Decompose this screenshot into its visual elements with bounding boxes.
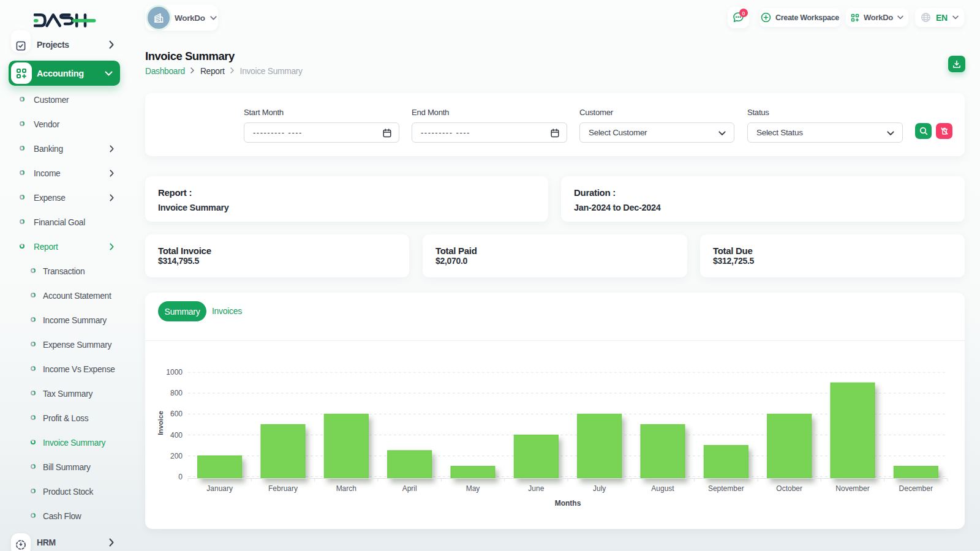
svg-text:September: September bbox=[708, 484, 744, 493]
svg-text:200: 200 bbox=[170, 452, 183, 460]
svg-text:November: November bbox=[835, 484, 869, 493]
svg-text:July: July bbox=[593, 484, 606, 493]
svg-text:February: February bbox=[268, 484, 298, 493]
svg-text:August: August bbox=[651, 484, 674, 493]
svg-text:June: June bbox=[528, 484, 544, 493]
svg-text:800: 800 bbox=[170, 389, 183, 397]
svg-text:October: October bbox=[776, 484, 802, 493]
svg-text:May: May bbox=[466, 484, 480, 493]
svg-text:Months: Months bbox=[555, 499, 581, 508]
svg-text:December: December bbox=[899, 484, 933, 493]
svg-text:0: 0 bbox=[178, 473, 183, 481]
svg-text:1000: 1000 bbox=[166, 368, 183, 377]
svg-text:March: March bbox=[336, 484, 356, 493]
svg-text:400: 400 bbox=[170, 431, 183, 440]
svg-text:January: January bbox=[206, 484, 233, 493]
svg-text:Invoice: Invoice bbox=[157, 411, 164, 435]
svg-text:600: 600 bbox=[170, 410, 183, 418]
svg-text:April: April bbox=[402, 484, 417, 493]
